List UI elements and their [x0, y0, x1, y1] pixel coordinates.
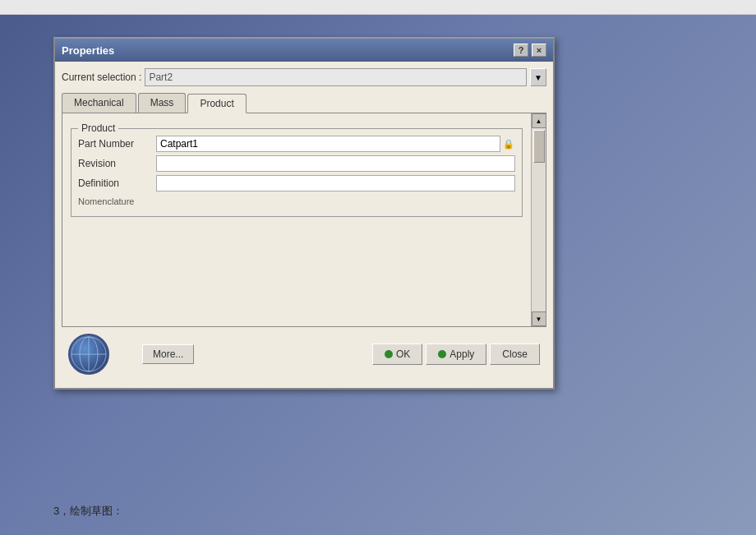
- current-selection-row: Current selection : ▼: [62, 68, 546, 86]
- close-label: Close: [502, 348, 528, 360]
- part-number-row: Part Number 🔒: [78, 136, 515, 152]
- tab-product[interactable]: Product: [187, 94, 246, 113]
- properties-dialog: Properties ? × Current selection : ▼ Mec…: [53, 37, 555, 390]
- tabs-container: Mechanical Mass Product: [62, 93, 546, 113]
- scroll-down-arrow[interactable]: ▼: [532, 311, 546, 326]
- revision-row: Revision: [78, 155, 515, 172]
- ok-button[interactable]: OK: [372, 344, 422, 365]
- nomenclature-label: Nomenclature: [78, 196, 156, 206]
- part-number-input[interactable]: [156, 136, 500, 152]
- scroll-thumb[interactable]: [533, 130, 545, 163]
- dialog-title: Properties: [62, 44, 114, 57]
- product-section: Product Part Number 🔒 Revision: [71, 128, 523, 217]
- title-bar: Properties ? ×: [55, 39, 553, 62]
- top-bar: [0, 0, 756, 15]
- part-number-input-wrapper: 🔒: [156, 136, 515, 152]
- ok-dot: [385, 350, 393, 358]
- scroll-up-arrow[interactable]: ▲: [532, 113, 546, 128]
- nomenclature-row: Nomenclature: [78, 195, 515, 206]
- part-number-label: Part Number: [78, 138, 156, 150]
- scrollbar[interactable]: ▲ ▼: [531, 113, 546, 326]
- definition-row: Definition: [78, 175, 515, 191]
- action-buttons: OK Apply Close: [372, 344, 540, 365]
- ok-label: OK: [396, 348, 410, 360]
- revision-input[interactable]: [156, 155, 515, 172]
- tab-content: Product Part Number 🔒 Revision: [62, 113, 546, 327]
- revision-label: Revision: [78, 158, 156, 169]
- product-legend: Product: [78, 122, 118, 134]
- close-button[interactable]: Close: [490, 344, 540, 365]
- dialog-body: Current selection : ▼ Mechanical Mass Pr…: [55, 62, 553, 388]
- current-selection-dropdown[interactable]: ▼: [530, 68, 546, 86]
- definition-input-wrapper: [156, 175, 515, 191]
- current-selection-label: Current selection :: [62, 71, 141, 83]
- apply-label: Apply: [449, 348, 474, 360]
- tab-main-area: Product Part Number 🔒 Revision: [62, 113, 531, 326]
- tab-mechanical[interactable]: Mechanical: [62, 93, 136, 113]
- bottom-instruction-text: 3，绘制草图：: [53, 504, 123, 519]
- revision-input-wrapper: [156, 155, 515, 172]
- apply-dot: [438, 350, 446, 358]
- more-button[interactable]: More...: [142, 344, 194, 364]
- lock-icon[interactable]: 🔒: [502, 136, 515, 152]
- title-bar-buttons: ? ×: [514, 44, 546, 57]
- globe-icon: [68, 334, 109, 375]
- current-selection-input[interactable]: [145, 68, 527, 86]
- help-button[interactable]: ?: [514, 44, 528, 57]
- apply-button[interactable]: Apply: [426, 344, 486, 365]
- scroll-track[interactable]: [532, 128, 546, 311]
- definition-input[interactable]: [156, 175, 515, 191]
- bottom-row: More... OK Apply Close: [62, 327, 546, 381]
- tab-mass[interactable]: Mass: [138, 93, 187, 113]
- close-title-button[interactable]: ×: [532, 44, 546, 57]
- definition-label: Definition: [78, 178, 156, 189]
